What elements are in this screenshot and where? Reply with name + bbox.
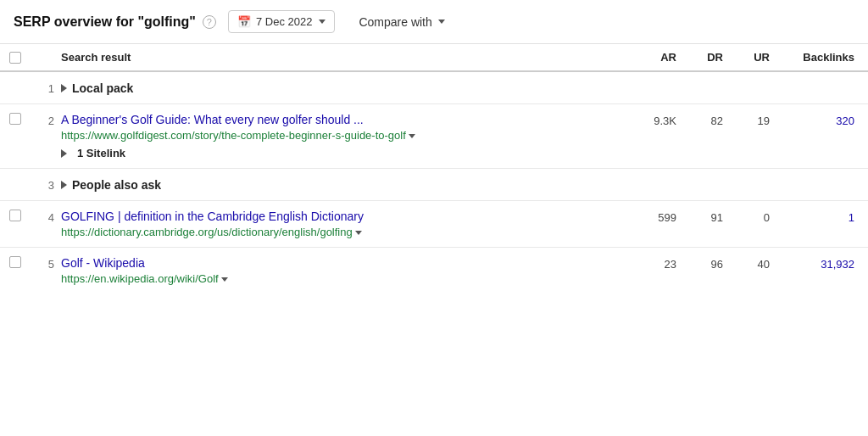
row-number: 1 [31, 81, 61, 95]
serp-table: Search result AR DR UR Backlinks 1 Local… [0, 44, 868, 293]
result-url-link[interactable]: https://en.wikipedia.org/wiki/Golf [61, 272, 219, 285]
compare-with-button[interactable]: Compare with [350, 11, 453, 33]
row-checkbox[interactable] [9, 256, 21, 268]
table-row: 4 GOLFING | definition in the Cambridge … [0, 201, 868, 248]
row-ar: 599 [617, 210, 676, 224]
row-backlinks[interactable]: 320 [770, 113, 854, 127]
row-dr: 96 [676, 256, 723, 271]
th-backlinks: Backlinks [770, 51, 854, 64]
expand-icon[interactable] [61, 181, 67, 189]
table-row: 3 People also ask [0, 169, 868, 201]
row-number: 5 [31, 256, 61, 271]
row-content: Golf - Wikipedia https://en.wikipedia.or… [61, 256, 617, 285]
row-backlinks[interactable]: 31,932 [770, 256, 854, 271]
result-url[interactable]: https://en.wikipedia.org/wiki/Golf [61, 271, 617, 285]
row-number: 2 [31, 113, 61, 127]
compare-chevron-icon [438, 20, 445, 24]
th-ar: AR [617, 51, 676, 64]
row-backlinks[interactable]: 1 [770, 210, 854, 224]
row-ur [723, 87, 770, 89]
th-ur: UR [723, 51, 770, 64]
row-number: 3 [31, 177, 61, 192]
table-row: 5 Golf - Wikipedia https://en.wikipedia.… [0, 248, 868, 293]
header-checkbox-col [0, 52, 31, 64]
result-url-link[interactable]: https://dictionary.cambridge.org/us/dict… [61, 226, 353, 238]
row-ur: 40 [723, 256, 770, 271]
group-label-container: Local pack [61, 81, 617, 95]
date-chevron-icon [319, 20, 326, 24]
table-row: 1 Local pack [0, 72, 868, 104]
result-url[interactable]: https://dictionary.cambridge.org/us/dict… [61, 225, 617, 238]
result-url-link[interactable]: https://www.golfdigest.com/story/the-com… [61, 129, 406, 142]
row-number: 4 [31, 210, 61, 224]
row-ur: 0 [723, 210, 770, 224]
table-row: 2 A Beginner's Golf Guide: What every ne… [0, 104, 868, 169]
url-dropdown-icon[interactable] [221, 277, 228, 282]
row-ur [723, 184, 770, 186]
row-ar [617, 184, 676, 186]
row-backlinks [770, 87, 854, 89]
th-search-result: Search result [61, 51, 617, 64]
row-checkbox-col[interactable] [0, 256, 31, 268]
row-ar [617, 87, 676, 89]
table-header-row: Search result AR DR UR Backlinks [0, 44, 868, 72]
result-title-link[interactable]: GOLFING | definition in the Cambridge En… [61, 210, 617, 223]
row-dr: 91 [676, 210, 723, 224]
calendar-icon: 📅 [237, 15, 251, 28]
row-content: A Beginner's Golf Guide: What every new … [61, 113, 617, 159]
group-label: Local pack [72, 81, 133, 95]
row-checkbox[interactable] [9, 210, 21, 221]
row-ur: 19 [723, 113, 770, 127]
help-icon[interactable]: ? [203, 15, 216, 29]
sitelink-row: 1 Sitelink [61, 147, 617, 159]
page-header: SERP overview for "golfing" ? 📅 7 Dec 20… [0, 0, 868, 44]
row-ar: 9.3K [617, 113, 676, 127]
select-all-checkbox[interactable] [9, 52, 21, 64]
url-dropdown-icon[interactable] [409, 134, 415, 138]
row-content: GOLFING | definition in the Cambridge En… [61, 210, 617, 238]
sitelink-label: 1 Sitelink [77, 147, 125, 159]
row-dr [676, 87, 723, 89]
date-picker-button[interactable]: 📅 7 Dec 2022 [228, 10, 336, 33]
compare-label: Compare with [359, 15, 431, 29]
result-title-link[interactable]: A Beginner's Golf Guide: What every new … [61, 113, 617, 126]
row-backlinks [770, 184, 854, 186]
row-dr: 82 [676, 113, 723, 127]
result-url[interactable]: https://www.golfdigest.com/story/the-com… [61, 128, 617, 142]
expand-icon[interactable] [61, 84, 67, 92]
group-label-container: People also ask [61, 178, 617, 192]
date-label: 7 Dec 2022 [256, 15, 313, 28]
row-ar: 23 [617, 256, 676, 271]
page-title: SERP overview for "golfing" [14, 14, 196, 30]
url-dropdown-icon[interactable] [355, 231, 362, 235]
row-dr [676, 184, 723, 186]
row-checkbox[interactable] [9, 113, 21, 125]
sitelink-expand-icon[interactable] [61, 149, 67, 158]
row-checkbox-col[interactable] [0, 113, 31, 125]
th-dr: DR [676, 51, 723, 64]
result-title-link[interactable]: Golf - Wikipedia [61, 256, 617, 270]
row-checkbox-col[interactable] [0, 210, 31, 221]
group-label: People also ask [72, 178, 161, 192]
